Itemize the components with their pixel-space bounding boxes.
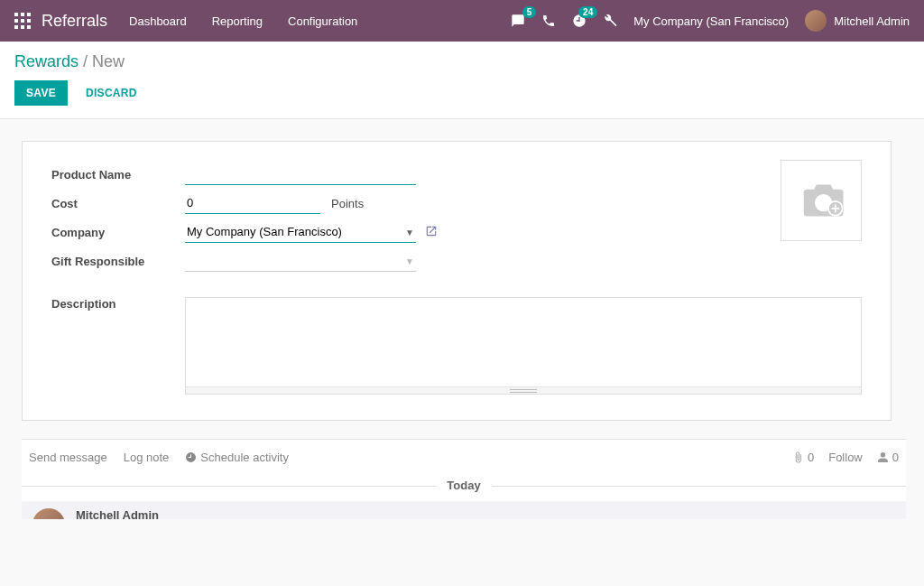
user-menu[interactable]: Mitchell Admin xyxy=(805,10,910,32)
breadcrumb: Rewards / New xyxy=(14,52,910,71)
svg-rect-1 xyxy=(21,13,24,16)
svg-rect-7 xyxy=(21,25,24,29)
top-navbar: Referrals Dashboard Reporting Configurat… xyxy=(0,0,924,42)
svg-rect-6 xyxy=(14,25,18,29)
svg-rect-8 xyxy=(27,25,31,29)
description-textarea[interactable] xyxy=(186,298,861,388)
external-link-icon[interactable] xyxy=(425,225,438,240)
send-message-button[interactable]: Send message xyxy=(29,451,107,464)
app-brand[interactable]: Referrals xyxy=(42,12,107,31)
description-box xyxy=(185,297,862,395)
svg-rect-3 xyxy=(14,19,18,23)
company-select[interactable] xyxy=(185,221,416,243)
breadcrumb-separator: / xyxy=(83,52,92,70)
nav-item-configuration[interactable]: Configuration xyxy=(288,14,357,28)
chatter-message: Mitchell Admin Creating a new record... xyxy=(22,501,906,519)
schedule-activity-button[interactable]: Schedule activity xyxy=(185,451,289,464)
product-name-label: Product Name xyxy=(51,168,185,181)
phone-icon[interactable] xyxy=(541,14,556,28)
control-panel: Rewards / New SAVE DISCARD xyxy=(0,42,924,119)
breadcrumb-current: New xyxy=(92,52,125,70)
svg-rect-4 xyxy=(21,19,24,23)
company-label: Company xyxy=(51,226,185,239)
svg-rect-2 xyxy=(27,13,31,16)
company-switcher[interactable]: My Company (San Francisco) xyxy=(633,14,789,28)
user-avatar xyxy=(805,10,827,32)
resize-handle[interactable] xyxy=(186,386,861,394)
cost-input[interactable] xyxy=(185,192,320,214)
form-scroll-area[interactable]: Product Name Cost Points Company ▼ xyxy=(0,119,924,519)
message-avatar xyxy=(32,508,65,519)
clock-icon xyxy=(185,451,197,463)
gift-responsible-select[interactable] xyxy=(185,250,416,272)
debug-icon[interactable] xyxy=(603,14,617,28)
description-label: Description xyxy=(51,297,185,395)
gift-responsible-label: Gift Responsible xyxy=(51,255,185,268)
image-upload[interactable] xyxy=(781,160,862,241)
message-author: Mitchell Admin xyxy=(76,508,201,519)
messages-badge: 5 xyxy=(522,6,537,18)
activities-icon[interactable]: 24 xyxy=(572,14,587,28)
nav-item-dashboard[interactable]: Dashboard xyxy=(129,14,187,28)
svg-rect-5 xyxy=(27,19,31,23)
user-name: Mitchell Admin xyxy=(834,14,910,28)
nav-menu: Dashboard Reporting Configuration xyxy=(129,14,357,28)
paperclip-icon xyxy=(792,451,804,463)
followers-button[interactable]: 0 xyxy=(877,451,899,464)
product-name-input[interactable] xyxy=(185,163,416,185)
activities-badge: 24 xyxy=(578,6,597,18)
chatter-topbar: Send message Log note Schedule activity … xyxy=(22,451,906,479)
nav-item-reporting[interactable]: Reporting xyxy=(212,14,263,28)
navbar-right: 5 24 My Company (San Francisco) Mitchell… xyxy=(511,10,910,32)
apps-icon[interactable] xyxy=(14,13,31,29)
svg-rect-0 xyxy=(14,13,18,16)
form-sheet: Product Name Cost Points Company ▼ xyxy=(22,141,892,421)
cost-label: Cost xyxy=(51,197,185,210)
save-button[interactable]: SAVE xyxy=(14,80,68,106)
action-buttons: SAVE DISCARD xyxy=(14,80,910,106)
log-note-button[interactable]: Log note xyxy=(124,451,170,464)
cost-unit-label: Points xyxy=(331,197,364,210)
attachments-button[interactable]: 0 xyxy=(792,451,814,464)
messages-icon[interactable]: 5 xyxy=(511,14,525,28)
breadcrumb-parent[interactable]: Rewards xyxy=(14,52,79,70)
user-icon xyxy=(877,451,889,463)
discard-button[interactable]: DISCARD xyxy=(75,80,148,106)
day-separator: Today xyxy=(22,479,906,492)
follow-button[interactable]: Follow xyxy=(828,451,863,464)
chatter: Send message Log note Schedule activity … xyxy=(22,439,906,519)
camera-plus-icon xyxy=(796,181,846,220)
